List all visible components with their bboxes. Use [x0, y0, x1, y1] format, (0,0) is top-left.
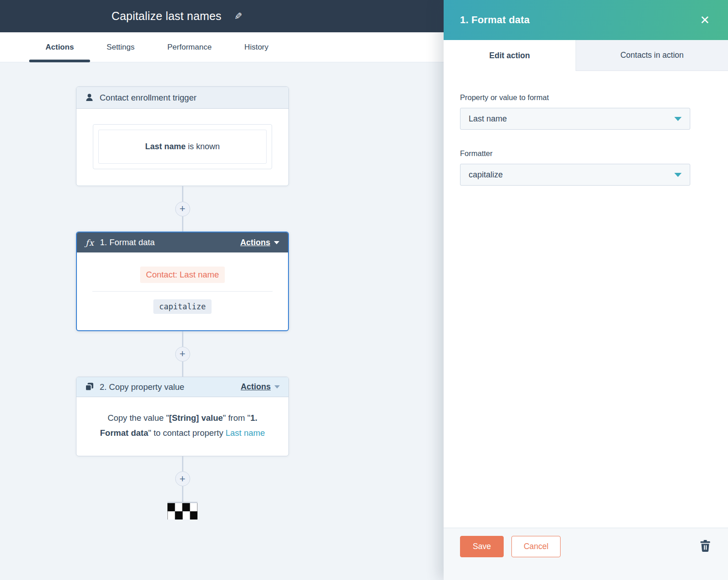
tab-history[interactable]: History	[228, 32, 285, 62]
filter-operator: is known	[186, 142, 220, 151]
chevron-down-icon	[674, 117, 682, 121]
tab-edit-action[interactable]: Edit action	[444, 40, 576, 71]
workflow-title: Capitalize last names	[111, 10, 222, 23]
property-select[interactable]: Last name	[460, 108, 690, 130]
formatter-select-value: capitalize	[469, 170, 503, 180]
step2-description: Copy the value "[String] value" from "1.…	[95, 410, 270, 441]
workflow-canvas[interactable]: Contact enrollment trigger Last name is …	[0, 62, 444, 580]
save-button[interactable]: Save	[460, 536, 504, 557]
property-link[interactable]: Last name	[226, 428, 265, 438]
connector: +	[76, 186, 289, 232]
step2-card-title: 2. Copy property value	[100, 382, 184, 392]
step1-format-data-card[interactable]: ƒx 1. Format data Actions Contact: Last …	[76, 232, 289, 331]
filter-property: Last name	[145, 142, 186, 151]
formatter-field: Formatter capitalize	[460, 149, 690, 186]
tab-contacts-in-action[interactable]: Contacts in action	[576, 40, 728, 71]
workflow-flow: Contact enrollment trigger Last name is …	[76, 62, 289, 519]
step1-card-title: 1. Format data	[100, 237, 155, 247]
close-icon[interactable]: ✕	[700, 14, 710, 26]
panel-body: Property or value to format Last name Fo…	[444, 71, 728, 528]
copy-icon	[85, 383, 94, 391]
workflow-topbar: Capitalize last names ✎	[0, 0, 444, 32]
enrollment-filter[interactable]: Last name is known	[98, 130, 267, 164]
panel-header: 1. Format data ✕	[444, 0, 728, 40]
contact-icon	[85, 93, 94, 102]
formatter-field-label: Formatter	[460, 149, 690, 158]
add-action-button[interactable]: +	[175, 347, 190, 362]
formatter-token: capitalize	[153, 299, 212, 314]
step1-card-header: ƒx 1. Format data Actions	[77, 232, 288, 252]
edit-action-panel: 1. Format data ✕ Edit action Contacts in…	[444, 0, 728, 580]
connector: +	[76, 456, 289, 502]
property-field: Property or value to format Last name	[460, 93, 690, 130]
panel-title: 1. Format data	[460, 14, 530, 26]
property-select-value: Last name	[469, 114, 507, 124]
cancel-button[interactable]: Cancel	[511, 536, 561, 557]
divider	[92, 291, 273, 292]
trigger-card-header: Contact enrollment trigger	[76, 87, 288, 109]
tab-settings[interactable]: Settings	[90, 32, 151, 62]
step2-card-body: Copy the value "[String] value" from "1.…	[76, 397, 288, 456]
panel-footer: Save Cancel	[444, 528, 728, 580]
chevron-down-icon	[674, 173, 682, 177]
step2-card-header: 2. Copy property value Actions	[76, 377, 288, 397]
step2-actions-menu[interactable]: Actions	[241, 382, 280, 392]
formatter-select[interactable]: capitalize	[460, 164, 690, 186]
workflow-main: Capitalize last names ✎ Actions Settings…	[0, 0, 444, 580]
trigger-card[interactable]: Contact enrollment trigger Last name is …	[76, 86, 289, 186]
workflow-title-group: Capitalize last names ✎	[111, 10, 242, 23]
workflow-editor: Capitalize last names ✎ Actions Settings…	[0, 0, 728, 580]
tab-actions[interactable]: Actions	[29, 32, 90, 62]
connector: +	[76, 331, 289, 377]
caret-down-icon	[274, 241, 279, 244]
delete-action-trash-icon[interactable]	[700, 540, 711, 552]
property-token: Contact: Last name	[140, 267, 225, 283]
step1-actions-menu[interactable]: Actions	[240, 238, 279, 247]
caret-down-icon	[274, 385, 280, 388]
step1-card-body: Contact: Last name capitalize	[77, 252, 288, 330]
edit-title-icon[interactable]: ✎	[234, 11, 243, 22]
step2-copy-property-card[interactable]: 2. Copy property value Actions Copy the …	[76, 377, 289, 456]
function-icon: ƒx	[86, 238, 94, 247]
property-field-label: Property or value to format	[460, 93, 690, 102]
add-action-button[interactable]: +	[175, 202, 190, 217]
trigger-card-title: Contact enrollment trigger	[100, 93, 197, 103]
workflow-nav-tabs: Actions Settings Performance History	[0, 32, 444, 62]
workflow-end-flag-icon	[167, 502, 197, 519]
add-action-button[interactable]: +	[175, 471, 190, 486]
panel-tabs: Edit action Contacts in action	[444, 40, 728, 71]
tab-performance[interactable]: Performance	[151, 32, 228, 62]
trigger-card-body: Last name is known	[76, 109, 288, 186]
enrollment-filter-group: Last name is known	[93, 124, 272, 169]
